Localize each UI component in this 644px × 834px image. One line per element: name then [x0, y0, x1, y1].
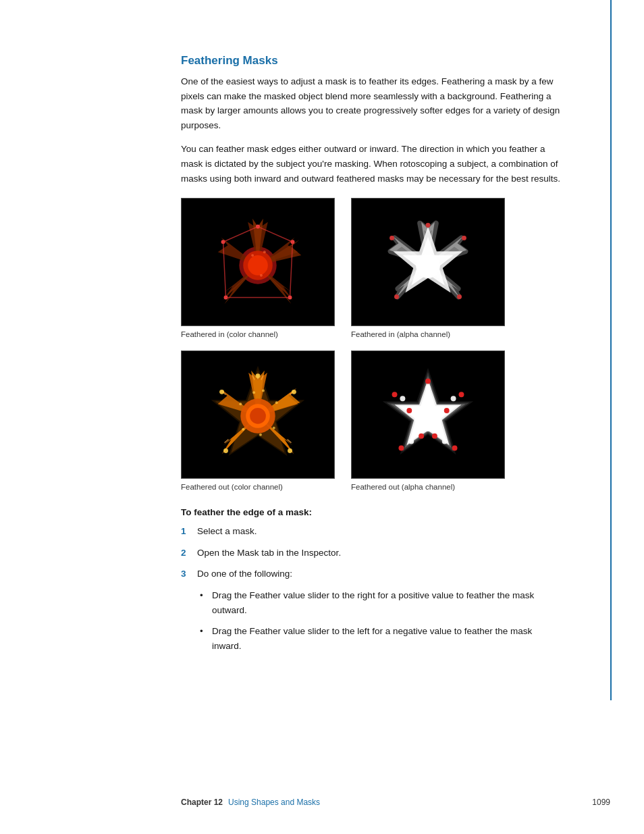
svg-point-64 [406, 408, 412, 413]
step-text-3: Do one of the following: [197, 567, 292, 581]
caption-feathered-out-color: Feathered out (color channel) [181, 483, 283, 491]
svg-point-36 [275, 401, 278, 404]
svg-point-44 [223, 448, 228, 453]
svg-point-11 [260, 274, 263, 277]
caption-feathered-out-alpha: Feathered out (alpha channel) [351, 483, 455, 491]
svg-point-20 [390, 236, 394, 240]
caption-feathered-in-color: Feathered in (color channel) [181, 330, 278, 338]
svg-point-34 [262, 390, 265, 392]
svg-point-18 [457, 294, 462, 299]
step-text-2: Open the Mask tab in the Inspector. [197, 546, 341, 561]
svg-point-43 [288, 448, 292, 453]
svg-point-55 [442, 439, 448, 444]
svg-point-19 [394, 294, 399, 299]
bullet-list: Drag the Feather value slider to the rig… [200, 588, 563, 653]
image-feathered-in-color [181, 198, 335, 326]
svg-point-53 [425, 386, 431, 391]
svg-point-35 [252, 392, 255, 394]
image-block-feathered-out-color: Feathered out (color channel) [181, 350, 335, 491]
footer-chapter-info: Chapter 12 Using Shapes and Masks [181, 798, 320, 807]
page-footer: Chapter 12 Using Shapes and Masks 1099 [0, 798, 644, 807]
svg-point-63 [444, 408, 450, 413]
svg-point-52 [414, 405, 441, 432]
images-row-1: Feathered in (color channel) [181, 198, 563, 338]
bullet-text-2: Drag the Feather value slider to the lef… [212, 624, 563, 653]
caption-feathered-in-alpha: Feathered in (alpha channel) [351, 330, 450, 338]
image-feathered-out-alpha [351, 350, 505, 479]
svg-point-59 [459, 392, 464, 398]
image-block-feathered-out-alpha: Feathered out (alpha channel) [351, 350, 505, 491]
step-2: 2 Open the Mask tab in the Inspector. [181, 546, 563, 561]
image-feathered-out-color [181, 350, 335, 479]
bullet-2: Drag the Feather value slider to the lef… [200, 624, 563, 653]
svg-point-37 [239, 402, 242, 405]
svg-point-57 [400, 396, 405, 401]
svg-point-40 [259, 434, 262, 436]
footer-chapter-label: Chapter 12 [181, 798, 223, 807]
svg-point-54 [451, 396, 456, 401]
steps-header: To feather the edge of a mask: [181, 507, 563, 517]
bullet-text-1: Drag the Feather value slider to the rig… [212, 588, 563, 617]
step-number-1: 1 [181, 524, 190, 539]
step-number-2: 2 [181, 546, 190, 561]
svg-point-3 [248, 255, 268, 276]
image-block-feathered-in-color: Feathered in (color channel) [181, 198, 335, 338]
bullet-1: Drag the Feather value slider to the rig… [200, 588, 563, 617]
svg-point-60 [452, 446, 458, 451]
svg-point-45 [219, 390, 224, 394]
svg-point-10 [251, 254, 254, 257]
svg-point-9 [263, 251, 266, 253]
svg-point-17 [462, 236, 466, 240]
footer-chapter-link: Using Shapes and Masks [228, 798, 320, 807]
images-row-2: Feathered out (color channel) [181, 350, 563, 491]
svg-point-61 [398, 446, 404, 451]
svg-point-38 [273, 427, 275, 429]
paragraph-1: One of the easiest ways to adjust a mask… [181, 74, 563, 132]
svg-point-16 [426, 223, 431, 228]
step-1: 1 Select a mask. [181, 524, 563, 539]
step-text-1: Select a mask. [197, 524, 257, 539]
svg-point-41 [256, 373, 261, 378]
step-number-3: 3 [181, 567, 190, 581]
image-block-feathered-in-alpha: Feathered in (alpha channel) [351, 198, 505, 338]
section-title: Feathering Masks [181, 54, 563, 68]
step-3: 3 Do one of the following: [181, 567, 563, 581]
svg-point-42 [292, 390, 296, 394]
svg-point-62 [392, 392, 398, 398]
svg-point-56 [408, 439, 414, 444]
steps-list: 1 Select a mask. 2 Open the Mask tab in … [181, 524, 563, 581]
svg-point-66 [419, 434, 424, 439]
paragraph-2: You can feather mask edges either outwar… [181, 142, 563, 186]
svg-point-58 [425, 379, 431, 384]
svg-point-15 [416, 254, 440, 278]
svg-point-39 [242, 428, 244, 431]
footer-page-number: 1099 [592, 798, 610, 807]
svg-point-26 [250, 408, 266, 424]
svg-point-65 [432, 434, 437, 439]
image-feathered-in-alpha [351, 198, 505, 326]
